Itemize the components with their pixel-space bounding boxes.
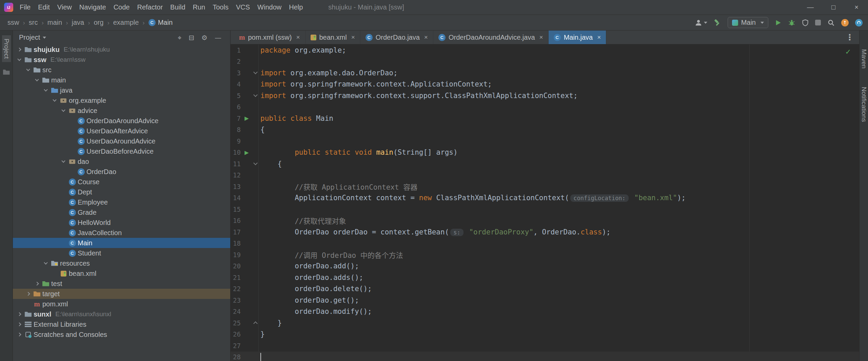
menu-run[interactable]: Run	[189, 3, 209, 11]
inspection-ok-icon[interactable]: ✓	[845, 48, 851, 56]
line-number[interactable]: 1	[231, 46, 241, 54]
run-config-selector[interactable]: Main	[728, 17, 768, 28]
line-number[interactable]: 10	[231, 149, 241, 156]
close-tab-icon[interactable]: ×	[296, 34, 300, 41]
code-line-3[interactable]: 3import org.example.dao.OrderDao;	[231, 67, 859, 79]
stop-button[interactable]	[815, 20, 821, 25]
tree-item-org-example[interactable]: org.example	[13, 95, 230, 106]
tree-item-pom-xml[interactable]: mpom.xml	[13, 299, 230, 309]
code-with-me-icon[interactable]	[695, 19, 707, 26]
line-number[interactable]: 19	[231, 251, 241, 259]
close-tab-icon[interactable]: ×	[424, 34, 428, 41]
tab-main-java[interactable]: CMain.java×	[549, 31, 607, 44]
line-number[interactable]: 11	[231, 160, 241, 168]
line-number[interactable]: 18	[231, 240, 241, 247]
code-text[interactable]	[258, 353, 261, 361]
tree-item-main[interactable]: main	[13, 75, 230, 85]
line-number[interactable]: 27	[231, 342, 241, 349]
line-number[interactable]: 7	[231, 115, 241, 122]
sync-icon[interactable]	[855, 19, 863, 26]
close-tab-icon[interactable]: ×	[539, 34, 543, 41]
code-line-18[interactable]: 18	[231, 238, 859, 249]
tree-item-course[interactable]: CCourse	[13, 177, 230, 187]
run-button[interactable]	[775, 19, 782, 26]
tab-orderdaoaroundadvice-java[interactable]: COrderDaoAroundAdvice.java×	[433, 31, 549, 44]
code-line-10[interactable]: 10▶ public static void main(String[] arg…	[231, 147, 859, 158]
chevron-right-icon[interactable]	[15, 333, 24, 336]
code-text[interactable]: OrderDao orderDao = context.getBean(s: "…	[258, 228, 611, 236]
code-line-5[interactable]: 5import org.springframework.context.supp…	[231, 90, 859, 101]
code-line-16[interactable]: 16 //获取代理对象	[231, 215, 859, 227]
run-line-marker[interactable]: ▶	[241, 115, 253, 121]
tab-bean-xml[interactable]: bean.xml×	[305, 31, 360, 44]
breadcrumb-ssw[interactable]: ssw	[7, 19, 20, 26]
tree-item-userdaobeforeadvice[interactable]: CUserDaoBeforeAdvice	[13, 146, 230, 156]
line-number[interactable]: 6	[231, 103, 241, 111]
debug-button[interactable]	[788, 19, 795, 26]
code-text[interactable]: public static void main(String[] args)	[258, 148, 458, 156]
line-number[interactable]: 26	[231, 330, 241, 338]
code-text[interactable]: //调用 OrderDao 中的各个方法	[258, 250, 403, 260]
line-number[interactable]: 3	[231, 69, 241, 77]
hide-panel-icon[interactable]: —	[215, 34, 221, 42]
line-number[interactable]: 9	[231, 137, 241, 145]
run-gutter-icon[interactable]: ▶	[244, 149, 249, 156]
code-line-9[interactable]: 9	[231, 135, 859, 147]
line-number[interactable]: 5	[231, 92, 241, 99]
code-line-4[interactable]: 4import org.springframework.context.Appl…	[231, 79, 859, 90]
run-line-marker[interactable]: ▶	[241, 149, 253, 156]
minimize-button[interactable]: —	[799, 0, 822, 15]
code-line-19[interactable]: 19 //调用 OrderDao 中的各个方法	[231, 249, 859, 261]
close-button[interactable]: ×	[845, 0, 868, 15]
line-number[interactable]: 2	[231, 58, 241, 65]
line-number[interactable]: 20	[231, 262, 241, 270]
project-stripe-button[interactable]: Project	[2, 35, 11, 62]
code-text[interactable]: {	[258, 160, 282, 168]
breadcrumb-main[interactable]: CMain	[148, 19, 173, 26]
line-number[interactable]: 28	[231, 353, 241, 361]
code-line-12[interactable]: 12	[231, 170, 859, 181]
tree-item-main[interactable]: CMain	[13, 238, 230, 248]
tree-item-employee[interactable]: CEmployee	[13, 197, 230, 207]
chevron-down-icon[interactable]	[59, 110, 68, 111]
menu-code[interactable]: Code	[110, 3, 134, 11]
tree-item-sunxl[interactable]: sunxlE:\learn\sunxl\sunxl	[13, 309, 230, 319]
code-line-22[interactable]: 22 orderDao.delete();	[231, 283, 859, 295]
code-line-15[interactable]: 15	[231, 204, 859, 215]
code-text[interactable]: orderDao.delete();	[258, 285, 372, 293]
code-text[interactable]: orderDao.add();	[258, 262, 359, 270]
chevron-right-icon[interactable]	[33, 282, 41, 285]
collapse-all-icon[interactable]: ⊟	[189, 34, 194, 42]
code-line-11[interactable]: 11 {	[231, 158, 859, 170]
tree-item-src[interactable]: src	[13, 65, 230, 75]
select-opened-file-icon[interactable]: ⌖	[178, 34, 181, 42]
line-number[interactable]: 25	[231, 319, 241, 327]
code-text[interactable]: {	[258, 126, 265, 134]
code-line-25[interactable]: 25 }	[231, 317, 859, 329]
fold-down-icon[interactable]	[253, 95, 258, 96]
build-hammer-icon[interactable]	[714, 19, 721, 26]
code-line-13[interactable]: 13 //获取 ApplicationContext 容器	[231, 181, 859, 192]
code-line-20[interactable]: 20 orderDao.add();	[231, 261, 859, 272]
code-line-6[interactable]: 6	[231, 101, 859, 113]
code-line-14[interactable]: 14 ApplicationContext context = new Clas…	[231, 192, 859, 204]
line-number[interactable]: 17	[231, 228, 241, 236]
code-text[interactable]: import org.springframework.context.Appli…	[258, 80, 492, 88]
code-text[interactable]: orderDao.adds();	[258, 273, 363, 282]
breadcrumb-src[interactable]: src	[28, 19, 39, 26]
code-text[interactable]: }	[258, 319, 282, 327]
tree-item-bean-xml[interactable]: bean.xml	[13, 268, 230, 279]
code-line-24[interactable]: 24 orderDao.modify();	[231, 306, 859, 318]
line-number[interactable]: 24	[231, 308, 241, 315]
code-text[interactable]: import org.springframework.context.suppo…	[258, 92, 578, 100]
tree-item-userdaoaroundadvice[interactable]: CUserDaoAroundAdvice	[13, 136, 230, 146]
chevron-right-icon[interactable]	[15, 313, 24, 316]
menu-file[interactable]: File	[16, 3, 34, 11]
menu-view[interactable]: View	[54, 3, 76, 11]
menu-window[interactable]: Window	[254, 3, 285, 11]
tree-item-student[interactable]: CStudent	[13, 248, 230, 258]
code-text[interactable]: orderDao.get();	[258, 296, 359, 304]
menu-navigate[interactable]: Navigate	[76, 3, 110, 11]
breadcrumb-java[interactable]: java	[71, 19, 85, 26]
code-line-7[interactable]: 7▶public class Main	[231, 113, 859, 124]
